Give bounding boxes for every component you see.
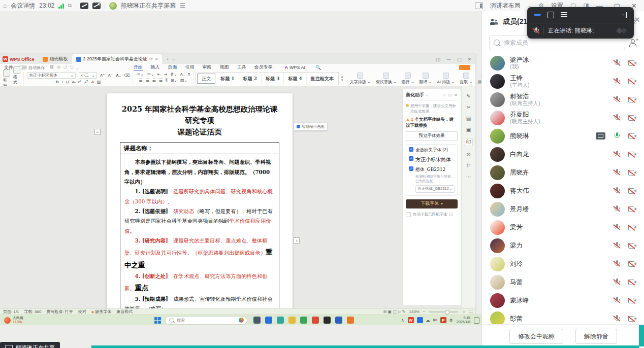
strip-tool-icon[interactable]: ▤	[466, 116, 471, 121]
taskbar-clock[interactable]: 9:152025/1/8	[457, 316, 470, 324]
style-item[interactable]: 正文	[197, 74, 215, 84]
camera-off-icon[interactable]	[628, 206, 636, 212]
camera-off-icon[interactable]	[628, 60, 636, 66]
mic-muted-icon[interactable]	[614, 169, 620, 176]
font-color-button[interactable]: A	[91, 80, 94, 84]
style-item[interactable]: 标题 2	[239, 73, 262, 85]
camera-off-icon[interactable]	[628, 224, 636, 230]
tray-icon-3[interactable]: 中	[433, 318, 437, 323]
tool-选择[interactable]: 选择 ⌄	[402, 73, 414, 85]
member-row[interactable]: 梁芳	[482, 218, 644, 236]
mic-on-icon[interactable]	[614, 132, 620, 140]
list-mode-icon[interactable]	[561, 12, 567, 17]
mic-muted-icon[interactable]	[614, 114, 620, 121]
style-item[interactable]: 标题 1	[216, 73, 239, 85]
justify-button[interactable]: ☰	[159, 78, 163, 83]
camera-off-icon[interactable]	[628, 188, 636, 194]
my-mic-muted-icon[interactable]	[533, 27, 539, 34]
bold-button[interactable]: B	[56, 80, 59, 84]
camera-off-icon[interactable]	[628, 279, 636, 285]
member-row[interactable]: 景月楼	[482, 200, 644, 218]
camera-off-icon[interactable]	[628, 133, 636, 139]
autosave-toggle[interactable]: 自动保存	[18, 65, 45, 71]
zoom-level[interactable]: 145%	[409, 309, 419, 314]
strip-tool-icon[interactable]: ⚐	[466, 163, 471, 168]
tray-icon-1[interactable]	[417, 317, 423, 323]
fit-page-icon[interactable]: ⛶	[469, 309, 472, 315]
tray-icon-5[interactable]: ⚙	[449, 318, 453, 323]
home-icon[interactable]: ⌂	[3, 2, 7, 9]
style-item[interactable]: 标题 4	[284, 73, 306, 85]
member-row[interactable]: 白向龙	[482, 145, 644, 163]
mic-muted-icon[interactable]	[614, 315, 620, 322]
window-mode-icon[interactable]	[548, 12, 554, 18]
text-effects-button[interactable]: 𝐀⌄	[116, 73, 121, 78]
member-row[interactable]: 梁力	[482, 236, 644, 255]
smart-view-badge[interactable]: 智能缩小画面	[294, 123, 327, 130]
mic-muted-icon[interactable]	[614, 205, 620, 213]
linespacing-button[interactable]: ⇵⌄	[170, 72, 177, 77]
ribbon-tab-2[interactable]: 页面	[168, 64, 177, 72]
align-right-button[interactable]: ☰	[152, 78, 156, 83]
pilcrow-button[interactable]: ¶	[188, 72, 190, 77]
ribbon-tab-7[interactable]: 会员专享	[254, 64, 273, 72]
indent-button[interactable]: ⇥	[164, 72, 167, 77]
ribbon-tab-3[interactable]: 引用	[185, 64, 195, 72]
member-row[interactable]: 熊晓琳	[482, 127, 644, 145]
status-item[interactable]: 校对	[78, 309, 86, 315]
tool-提取[interactable]: 提取 ⌄	[460, 73, 472, 85]
taskbar-app-icon-0[interactable]	[253, 317, 261, 324]
search-icon[interactable]: 🔍	[315, 65, 321, 70]
rename-button[interactable]: 修改会中昵称	[509, 329, 563, 344]
windows-start-button[interactable]	[154, 317, 161, 324]
member-row[interactable]: 黑晓卉	[482, 163, 644, 182]
news-widget[interactable]: 人民网+13%	[0, 316, 27, 324]
wps-maximize-button[interactable]: ▢	[457, 57, 462, 62]
font-size-select[interactable]: 小二⌄	[79, 72, 97, 79]
status-item[interactable]: 缺失字体	[91, 309, 111, 315]
taskbar-app-icon-4[interactable]	[300, 317, 307, 324]
bullets-button[interactable]: ≔⌄	[136, 72, 144, 77]
replacement-font-select[interactable]: 方正楷体_GB2312⌄	[415, 185, 455, 193]
select-all-checkbox[interactable]: ✓ 全选缺失字体 (2)	[409, 147, 455, 153]
sort-button[interactable]: A↓	[180, 72, 185, 77]
ribbon-tab-6[interactable]: 工具	[237, 64, 246, 72]
auto-download-checkbox[interactable]: 自动下载已匹配字体 ⓘ	[406, 212, 458, 217]
camera-off-icon[interactable]	[628, 297, 636, 303]
ribbon-tab-4[interactable]: 审阅	[203, 64, 212, 72]
view-mode-icons[interactable]: ☰ ▣ ▢ ▷ ✎	[383, 309, 405, 314]
tool-AI 排版[interactable]: AI 排版 ⌄	[437, 73, 455, 85]
mic-muted-icon[interactable]	[614, 187, 620, 194]
strip-tool-icon[interactable]: ⋯	[466, 174, 471, 180]
font1-checkbox[interactable]: ✓ 方正小标宋简体	[409, 156, 455, 163]
style-item[interactable]: 批注框文本	[307, 73, 338, 85]
tool-文字排版[interactable]: 文字排版 ⌄	[350, 73, 371, 85]
member-row[interactable]: 刘玲	[482, 255, 644, 273]
member-row[interactable]: 马蕾	[482, 273, 644, 291]
camera-off-icon[interactable]	[628, 316, 636, 322]
camera-off-icon[interactable]	[628, 242, 636, 249]
ribbon-tab-5[interactable]: 视图	[220, 64, 229, 72]
strip-tool-icon[interactable]: ✂	[466, 105, 470, 110]
taskbar-app-icon-8[interactable]	[347, 317, 354, 324]
wps-minimize-button[interactable]: —	[446, 57, 451, 62]
pane-pin-icon[interactable]: ⊡	[448, 93, 452, 97]
member-row[interactable]: 蒙冰峰	[482, 291, 644, 309]
wps-logo[interactable]: WWPS Office	[0, 56, 39, 62]
mic-muted-icon[interactable]	[614, 260, 620, 267]
superscript-button[interactable]: x²	[78, 80, 81, 84]
taskbar-app-icon-7[interactable]	[335, 317, 342, 324]
pane-home-icon[interactable]: ⌂	[443, 93, 446, 97]
mic-muted-icon[interactable]	[614, 224, 620, 231]
strip-tool-icon[interactable]: ▣	[466, 127, 471, 132]
strip-tool-icon[interactable]: ✎	[466, 93, 470, 99]
outdent-button[interactable]: ⇤	[157, 72, 161, 77]
preview-font-button[interactable]: 预览字体效果	[406, 131, 458, 141]
mic-muted-icon[interactable]	[614, 297, 620, 304]
layout-button[interactable]: 演讲者布局	[490, 2, 521, 10]
style-item[interactable]: 标题 3	[262, 73, 284, 85]
interpretation-icon[interactable]	[92, 3, 101, 9]
mic-muted-icon[interactable]	[614, 279, 620, 286]
new-tab-button[interactable]: ＋	[165, 56, 170, 62]
search-input[interactable]	[503, 39, 621, 47]
